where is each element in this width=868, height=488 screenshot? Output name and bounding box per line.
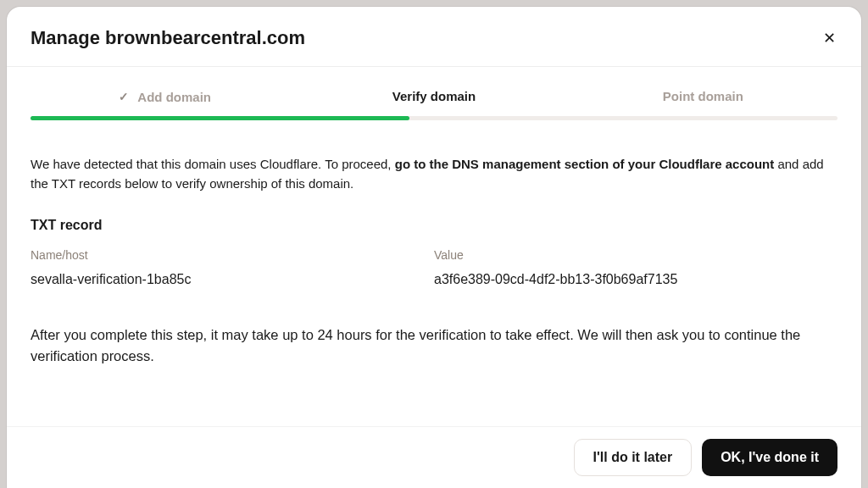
check-icon: ✓ <box>119 90 129 103</box>
modal-body: ✓ Add domain Verify domain Point domain … <box>7 67 861 426</box>
progress-track <box>31 116 837 120</box>
txt-record-grid: Name/host sevalla-verification-1ba85c Va… <box>31 248 837 287</box>
record-name-label: Name/host <box>31 248 434 262</box>
record-name-col: Name/host sevalla-verification-1ba85c <box>31 248 434 287</box>
close-button[interactable]: ✕ <box>821 30 837 47</box>
instructions-pre: We have detected that this domain uses C… <box>31 157 395 171</box>
step-label: Point domain <box>663 89 743 103</box>
later-button[interactable]: I'll do it later <box>574 439 693 476</box>
step-indicator: ✓ Add domain Verify domain Point domain <box>31 89 837 116</box>
step-text: Add domain <box>137 90 211 104</box>
record-value-label: Value <box>434 248 837 262</box>
step-verify-domain[interactable]: Verify domain <box>299 89 568 116</box>
step-add-domain[interactable]: ✓ Add domain <box>31 89 299 116</box>
close-icon: ✕ <box>823 29 836 47</box>
done-button[interactable]: OK, I've done it <box>702 439 837 476</box>
verification-note: After you complete this step, it may tak… <box>31 324 837 368</box>
record-name-value: sevalla-verification-1ba85c <box>31 272 434 287</box>
modal-header: Manage brownbearcentral.com ✕ <box>7 7 861 67</box>
record-value-value: a3f6e389-09cd-4df2-bb13-3f0b69af7135 <box>434 272 837 287</box>
progress-fill <box>31 116 409 120</box>
step-label: Verify domain <box>392 89 476 103</box>
instructions-text: We have detected that this domain uses C… <box>31 154 837 194</box>
step-label: ✓ Add domain <box>119 90 211 104</box>
record-value-col: Value a3f6e389-09cd-4df2-bb13-3f0b69af71… <box>434 248 837 287</box>
modal-footer: I'll do it later OK, I've done it <box>7 426 861 488</box>
txt-record-heading: TXT record <box>31 218 837 233</box>
instructions-bold: go to the DNS management section of your… <box>395 157 775 171</box>
manage-domain-modal: Manage brownbearcentral.com ✕ ✓ Add doma… <box>7 7 861 488</box>
modal-title: Manage brownbearcentral.com <box>31 27 305 49</box>
step-point-domain[interactable]: Point domain <box>569 89 837 116</box>
